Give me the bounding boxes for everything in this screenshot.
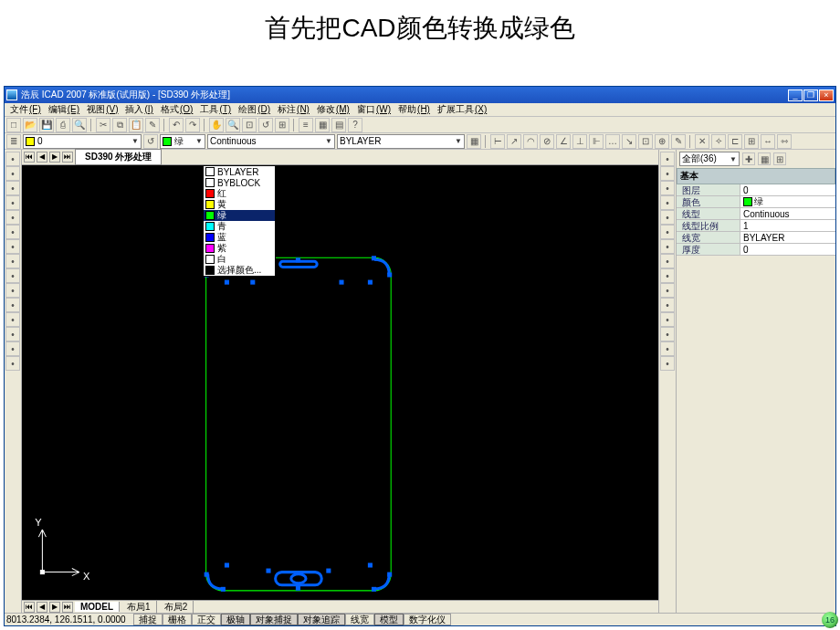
line-tool-button[interactable]: • <box>5 152 20 166</box>
layout-prev-button[interactable]: ◀ <box>37 602 47 613</box>
color-dropdown-trigger[interactable]: 绿 ▼ <box>160 134 205 149</box>
new-file-button[interactable]: □ <box>6 118 21 132</box>
statusmode-极轴[interactable]: 极轴 <box>221 614 250 625</box>
menu-扩展工具[interactable]: 扩展工具(X) <box>434 103 490 116</box>
menu-编辑[interactable]: 编辑(E) <box>45 103 83 116</box>
preview-button[interactable]: 🔍 <box>72 118 87 132</box>
stretch-button[interactable]: ⇿ <box>777 134 792 149</box>
explode-button[interactable]: ✧ <box>711 134 726 149</box>
ellipse-tool-button[interactable]: • <box>5 254 20 268</box>
array-tool-button[interactable]: • <box>660 210 675 225</box>
color-option-青[interactable]: 青 <box>204 221 275 232</box>
linetype-dropdown[interactable]: Continuous ▼ <box>207 134 335 149</box>
explode-tool-button[interactable]: • <box>660 356 675 371</box>
dim-linear-button[interactable]: ⊢ <box>490 134 505 149</box>
menu-文件[interactable]: 文件(F) <box>6 103 45 116</box>
help-button[interactable]: ? <box>348 118 362 132</box>
close-button[interactable]: × <box>819 89 834 101</box>
rect-tool-button[interactable]: • <box>5 195 20 210</box>
color-option-紫[interactable]: 紫 <box>204 243 275 254</box>
prop-value[interactable]: Continuous <box>740 208 835 219</box>
zoom-ext-button[interactable]: ⊞ <box>275 118 289 132</box>
trim-tool-button[interactable]: • <box>660 283 675 298</box>
prop-value[interactable]: BYLAYER <box>740 232 835 243</box>
model-tab[interactable]: MODEL <box>75 602 120 612</box>
statusmode-正交[interactable]: 正交 <box>192 614 221 625</box>
block-tool-button[interactable]: • <box>5 298 20 312</box>
extend-tool-button[interactable]: • <box>660 298 675 312</box>
menu-工具[interactable]: 工具(T) <box>196 103 235 116</box>
text-tool-button[interactable]: • <box>5 341 20 356</box>
layer-manager-button[interactable]: ≣ <box>6 134 21 149</box>
color-option-绿[interactable]: 绿 <box>204 210 275 221</box>
layout-last-button[interactable]: ⏭ <box>62 602 73 613</box>
prop-value[interactable]: 绿 <box>740 196 835 207</box>
menu-插入[interactable]: 插入(I) <box>121 103 156 116</box>
dim-radius-button[interactable]: ◠ <box>523 134 538 149</box>
properties-button[interactable]: ≡ <box>299 118 313 132</box>
copy-tool-button[interactable]: • <box>660 166 675 181</box>
layer-prev-button[interactable]: ↺ <box>143 134 158 149</box>
statusmode-捕捉[interactable]: 捕捉 <box>133 614 163 625</box>
move-tool-button[interactable]: • <box>660 225 675 239</box>
tab-last-button[interactable]: ⏭ <box>62 152 73 163</box>
hatch-tool-button[interactable]: • <box>5 312 20 327</box>
dim-aligned-button[interactable]: ↗ <box>507 134 521 149</box>
fillet-tool-button[interactable]: • <box>660 341 675 356</box>
polygon-tool-button[interactable]: • <box>5 181 20 195</box>
point-tool-button[interactable]: • <box>5 283 20 298</box>
pan-button[interactable]: ✋ <box>209 118 224 132</box>
prop-row-线型比例[interactable]: 线型比例1 <box>677 220 835 232</box>
open-file-button[interactable]: 📂 <box>23 118 37 132</box>
color-option-黄[interactable]: 黄 <box>204 199 275 210</box>
tab-prev-button[interactable]: ◀ <box>37 152 47 163</box>
region-tool-button[interactable]: • <box>5 327 20 341</box>
prop-pickadd-button[interactable]: ⊞ <box>773 152 786 165</box>
prop-value[interactable]: 0 <box>740 244 835 255</box>
color-option-红[interactable]: 红 <box>204 188 275 199</box>
drawing-canvas[interactable]: BYLAYERBYBLOCK红黄绿青蓝紫白选择颜色... Y X <box>22 165 658 600</box>
move-button[interactable]: ↔ <box>761 134 775 149</box>
dim-angular-button[interactable]: ∠ <box>556 134 571 149</box>
color-button[interactable]: ▦ <box>467 134 481 149</box>
undo-button[interactable]: ↶ <box>169 118 184 132</box>
pline-tool-button[interactable]: • <box>5 166 20 181</box>
dim-continue-button[interactable]: … <box>605 134 620 149</box>
color-option-BYLAYER[interactable]: BYLAYER <box>204 166 275 177</box>
statusmode-数字化仪[interactable]: 数字化仪 <box>404 614 451 625</box>
scale-tool-button[interactable]: • <box>660 254 675 268</box>
lineweight-dropdown[interactable]: BYLAYER ▼ <box>337 134 465 149</box>
maximize-button[interactable]: ❐ <box>803 89 818 101</box>
zoom-prev-button[interactable]: ↺ <box>258 118 273 132</box>
prop-value[interactable]: 1 <box>740 220 835 231</box>
menu-标注[interactable]: 标注(N) <box>274 103 313 116</box>
redo-button[interactable]: ↷ <box>185 118 200 132</box>
copy-button[interactable]: ⧉ <box>112 118 127 132</box>
offset-tool-button[interactable]: • <box>660 195 675 210</box>
tab-next-button[interactable]: ▶ <box>49 152 60 163</box>
menu-视图[interactable]: 视图(V) <box>83 103 121 116</box>
layer-dropdown[interactable]: 0 ▼ <box>23 134 142 149</box>
statusmode-对象捕捉[interactable]: 对象捕捉 <box>250 614 298 625</box>
mirror-tool-button[interactable]: • <box>660 181 675 195</box>
zoom-rt-button[interactable]: 🔍 <box>226 118 240 132</box>
menu-绘图[interactable]: 绘图(D) <box>235 103 274 116</box>
leader-button[interactable]: ↘ <box>622 134 636 149</box>
prop-row-厚度[interactable]: 厚度0 <box>677 244 835 256</box>
statusmode-线宽[interactable]: 线宽 <box>345 614 374 625</box>
earc-tool-button[interactable]: • <box>5 268 20 283</box>
menu-修改[interactable]: 修改(M) <box>313 103 353 116</box>
color-dropdown-list[interactable]: BYLAYERBYBLOCK红黄绿青蓝紫白选择颜色... <box>203 165 276 277</box>
paste-button[interactable]: 📋 <box>129 118 143 132</box>
color-option-蓝[interactable]: 蓝 <box>204 232 275 243</box>
document-tab[interactable]: SD390 外形处理 <box>75 149 162 165</box>
dim-diameter-button[interactable]: ⊘ <box>540 134 554 149</box>
save-button[interactable]: 💾 <box>39 118 54 132</box>
layout-first-button[interactable]: ⏮ <box>24 602 35 613</box>
mtext-tool-button[interactable]: • <box>5 356 20 371</box>
menu-帮助[interactable]: 帮助(H) <box>394 103 434 116</box>
dim-baseline-button[interactable]: ⊩ <box>589 134 604 149</box>
layout1-tab[interactable]: 布局1 <box>121 601 157 614</box>
circle-tool-button[interactable]: • <box>5 225 20 239</box>
tab-first-button[interactable]: ⏮ <box>24 152 35 163</box>
